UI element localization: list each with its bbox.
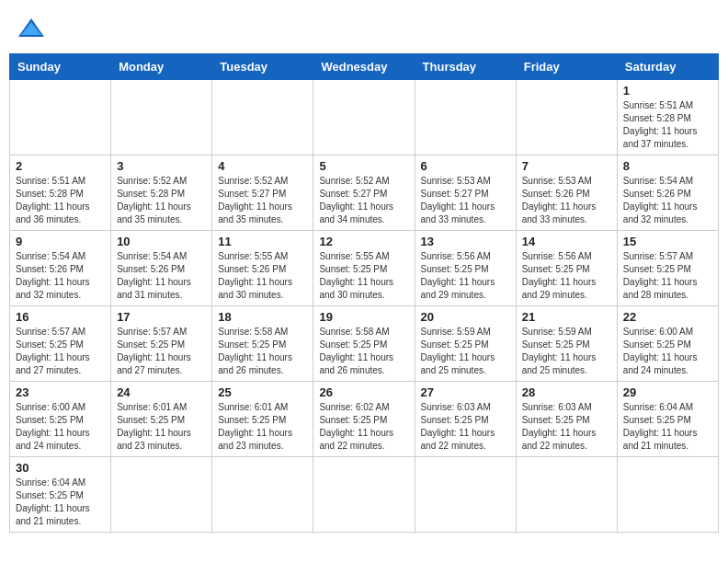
day-info: Sunrise: 6:01 AM Sunset: 5:25 PM Dayligh… [218, 401, 307, 453]
day-info: Sunrise: 6:00 AM Sunset: 5:25 PM Dayligh… [623, 326, 712, 377]
calendar-cell: 20Sunrise: 5:59 AM Sunset: 5:25 PM Dayli… [415, 306, 516, 382]
day-number: 13 [421, 235, 510, 248]
day-number: 24 [117, 385, 206, 399]
weekday-header-sunday: Sunday [10, 54, 111, 80]
calendar-cell [313, 457, 415, 533]
calendar-cell: 30Sunrise: 6:04 AM Sunset: 5:25 PM Dayli… [10, 457, 111, 533]
day-number: 4 [218, 159, 307, 173]
day-number: 18 [218, 310, 307, 324]
day-number: 17 [117, 310, 206, 324]
day-info: Sunrise: 5:53 AM Sunset: 5:26 PM Dayligh… [522, 175, 611, 226]
day-info: Sunrise: 5:55 AM Sunset: 5:26 PM Dayligh… [218, 250, 307, 302]
day-number: 19 [319, 310, 408, 324]
day-number: 28 [522, 385, 611, 399]
calendar-cell [516, 457, 617, 533]
day-info: Sunrise: 5:52 AM Sunset: 5:27 PM Dayligh… [218, 175, 307, 226]
svg-marker-1 [21, 22, 41, 35]
calendar-cell: 11Sunrise: 5:55 AM Sunset: 5:26 PM Dayli… [212, 231, 313, 306]
day-info: Sunrise: 5:58 AM Sunset: 5:25 PM Dayligh… [218, 326, 307, 377]
day-number: 16 [16, 310, 105, 324]
day-number: 2 [16, 159, 105, 173]
day-number: 30 [16, 461, 105, 475]
day-info: Sunrise: 6:02 AM Sunset: 5:25 PM Dayligh… [319, 401, 408, 453]
day-number: 21 [522, 310, 611, 324]
calendar-cell: 23Sunrise: 6:00 AM Sunset: 5:25 PM Dayli… [10, 382, 111, 457]
day-info: Sunrise: 6:01 AM Sunset: 5:25 PM Dayligh… [117, 401, 206, 453]
day-info: Sunrise: 5:52 AM Sunset: 5:28 PM Dayligh… [117, 175, 206, 226]
day-number: 22 [623, 310, 712, 324]
day-number: 10 [117, 235, 206, 248]
calendar-cell: 25Sunrise: 6:01 AM Sunset: 5:25 PM Dayli… [212, 382, 313, 457]
weekday-header-friday: Friday [516, 54, 617, 80]
calendar-cell: 2Sunrise: 5:51 AM Sunset: 5:28 PM Daylig… [10, 155, 111, 231]
calendar-cell: 9Sunrise: 5:54 AM Sunset: 5:26 PM Daylig… [10, 231, 111, 306]
day-info: Sunrise: 6:00 AM Sunset: 5:25 PM Dayligh… [16, 401, 105, 453]
day-info: Sunrise: 6:04 AM Sunset: 5:25 PM Dayligh… [623, 401, 712, 453]
day-number: 14 [522, 235, 611, 248]
day-info: Sunrise: 5:51 AM Sunset: 5:28 PM Dayligh… [16, 175, 105, 226]
calendar-table: SundayMondayTuesdayWednesdayThursdayFrid… [9, 53, 719, 533]
day-info: Sunrise: 5:54 AM Sunset: 5:26 PM Dayligh… [117, 250, 206, 302]
day-info: Sunrise: 5:59 AM Sunset: 5:25 PM Dayligh… [522, 326, 611, 377]
day-number: 11 [218, 235, 307, 248]
week-row-1: 2Sunrise: 5:51 AM Sunset: 5:28 PM Daylig… [10, 155, 719, 231]
day-number: 20 [421, 310, 510, 324]
calendar-cell [212, 457, 313, 533]
week-row-3: 16Sunrise: 5:57 AM Sunset: 5:25 PM Dayli… [10, 306, 719, 382]
day-number: 26 [319, 385, 408, 399]
calendar-cell: 3Sunrise: 5:52 AM Sunset: 5:28 PM Daylig… [111, 155, 212, 231]
calendar-cell [111, 457, 212, 533]
day-number: 1 [623, 84, 712, 98]
day-number: 9 [16, 235, 105, 248]
calendar-cell [10, 80, 111, 155]
calendar-cell: 22Sunrise: 6:00 AM Sunset: 5:25 PM Dayli… [617, 306, 718, 382]
day-info: Sunrise: 5:58 AM Sunset: 5:25 PM Dayligh… [319, 326, 408, 377]
calendar-cell: 28Sunrise: 6:03 AM Sunset: 5:25 PM Dayli… [516, 382, 617, 457]
calendar-cell: 21Sunrise: 5:59 AM Sunset: 5:25 PM Dayli… [516, 306, 617, 382]
day-number: 15 [623, 235, 712, 248]
logo [13, 17, 46, 39]
calendar-cell: 13Sunrise: 5:56 AM Sunset: 5:25 PM Dayli… [415, 231, 516, 306]
calendar-cell [212, 80, 313, 155]
day-info: Sunrise: 6:04 AM Sunset: 5:25 PM Dayligh… [16, 477, 105, 528]
day-info: Sunrise: 5:59 AM Sunset: 5:25 PM Dayligh… [421, 326, 510, 377]
calendar-cell: 1Sunrise: 5:51 AM Sunset: 5:28 PM Daylig… [617, 80, 718, 155]
calendar-cell: 10Sunrise: 5:54 AM Sunset: 5:26 PM Dayli… [111, 231, 212, 306]
day-number: 12 [319, 235, 408, 248]
week-row-4: 23Sunrise: 6:00 AM Sunset: 5:25 PM Dayli… [10, 382, 719, 457]
week-row-2: 9Sunrise: 5:54 AM Sunset: 5:26 PM Daylig… [10, 231, 719, 306]
week-row-0: 1Sunrise: 5:51 AM Sunset: 5:28 PM Daylig… [10, 80, 719, 155]
calendar-cell: 27Sunrise: 6:03 AM Sunset: 5:25 PM Dayli… [415, 382, 516, 457]
weekday-header-wednesday: Wednesday [313, 54, 415, 80]
day-info: Sunrise: 5:54 AM Sunset: 5:26 PM Dayligh… [16, 250, 105, 302]
calendar-cell: 7Sunrise: 5:53 AM Sunset: 5:26 PM Daylig… [516, 155, 617, 231]
calendar-cell [415, 457, 516, 533]
calendar-cell [313, 80, 415, 155]
day-info: Sunrise: 5:57 AM Sunset: 5:25 PM Dayligh… [117, 326, 206, 377]
calendar-cell: 8Sunrise: 5:54 AM Sunset: 5:26 PM Daylig… [617, 155, 718, 231]
week-row-5: 30Sunrise: 6:04 AM Sunset: 5:25 PM Dayli… [10, 457, 719, 533]
calendar-cell: 12Sunrise: 5:55 AM Sunset: 5:25 PM Dayli… [313, 231, 415, 306]
calendar-cell: 16Sunrise: 5:57 AM Sunset: 5:25 PM Dayli… [10, 306, 111, 382]
logo-icon [17, 17, 46, 39]
weekday-header-saturday: Saturday [617, 54, 718, 80]
calendar-cell: 26Sunrise: 6:02 AM Sunset: 5:25 PM Dayli… [313, 382, 415, 457]
header [9, 9, 719, 46]
calendar-cell: 4Sunrise: 5:52 AM Sunset: 5:27 PM Daylig… [212, 155, 313, 231]
day-number: 25 [218, 385, 307, 399]
day-info: Sunrise: 6:03 AM Sunset: 5:25 PM Dayligh… [522, 401, 611, 453]
calendar-cell: 17Sunrise: 5:57 AM Sunset: 5:25 PM Dayli… [111, 306, 212, 382]
day-info: Sunrise: 6:03 AM Sunset: 5:25 PM Dayligh… [421, 401, 510, 453]
weekday-header-thursday: Thursday [415, 54, 516, 80]
weekday-header-tuesday: Tuesday [212, 54, 313, 80]
day-number: 29 [623, 385, 712, 399]
day-info: Sunrise: 5:52 AM Sunset: 5:27 PM Dayligh… [319, 175, 408, 226]
day-info: Sunrise: 5:55 AM Sunset: 5:25 PM Dayligh… [319, 250, 408, 302]
weekday-header-monday: Monday [111, 54, 212, 80]
day-number: 7 [522, 159, 611, 173]
day-info: Sunrise: 5:53 AM Sunset: 5:27 PM Dayligh… [421, 175, 510, 226]
calendar-cell [516, 80, 617, 155]
day-number: 5 [319, 159, 408, 173]
weekday-header-row: SundayMondayTuesdayWednesdayThursdayFrid… [10, 54, 719, 80]
day-info: Sunrise: 5:54 AM Sunset: 5:26 PM Dayligh… [623, 175, 712, 226]
